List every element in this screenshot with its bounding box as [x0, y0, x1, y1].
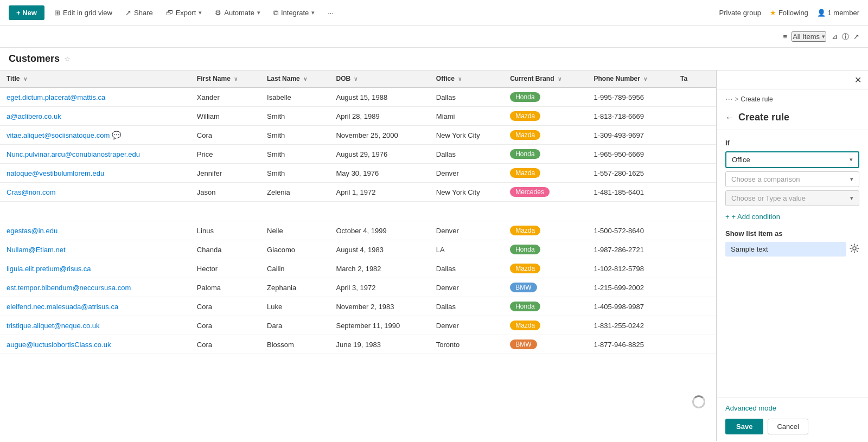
value-dropdown[interactable]: Choose or Type a value ▾ [725, 190, 859, 206]
brand-badge: BMW [510, 283, 537, 292]
brand-badge: Honda [510, 245, 540, 254]
table-row[interactable]: Cras@non.comJasonZeleniaApril 1, 1972New… [0, 183, 716, 202]
table-row[interactable]: Nullam@Etiam.netChandaGiacomoAugust 4, 1… [0, 240, 716, 259]
field-dropdown[interactable]: Office ▾ [725, 151, 859, 168]
table-row[interactable]: eget.dictum.placerat@mattis.caXanderIsab… [0, 87, 716, 107]
export-caret: ▾ [199, 9, 202, 16]
second-bar: ≡ All Items ▾ ⊿ ⓘ ↗ [0, 26, 868, 48]
brand-badge: Mazda [510, 111, 540, 121]
page-title-bar: Customers ☆ [0, 48, 868, 71]
advanced-mode-button[interactable]: Advanced mode [725, 404, 859, 412]
panel-title-bar: ← Create rule [717, 108, 868, 130]
sample-text-box[interactable]: Sample text [725, 242, 846, 257]
brand-badge: Mercedes [510, 187, 550, 197]
col-office[interactable]: Office ∨ [430, 71, 503, 87]
format-icon [850, 246, 859, 255]
back-button[interactable]: ← [725, 113, 734, 123]
office-sort-icon: ∨ [458, 76, 462, 82]
table-row[interactable]: tristique.aliquet@neque.co.ukCoraDaraSep… [0, 316, 716, 335]
more-button[interactable]: ··· [324, 7, 337, 19]
automate-caret: ▾ [257, 9, 260, 16]
breadcrumb-dots: ··· [725, 94, 732, 104]
table-row[interactable]: natoque@vestibulumlorem.eduJenniferSmith… [0, 164, 716, 183]
col-dob[interactable]: DOB ∨ [329, 71, 429, 87]
export-icon: 🗗 [166, 9, 173, 17]
member-count: 👤 1 member [817, 9, 859, 17]
brand-badge: Mazda [510, 226, 540, 235]
private-group-label: Private group [719, 9, 761, 17]
toolbar-right: Private group ★ Following 👤 1 member [719, 9, 859, 17]
table-row[interactable]: ligula.elit.pretium@risus.caHectorCailin… [0, 259, 716, 278]
comparison-caret-icon: ▾ [850, 176, 853, 183]
loading-spinner [692, 395, 705, 408]
brand-badge: Honda [510, 302, 540, 311]
col-current-brand[interactable]: Current Brand ∨ [503, 71, 587, 87]
panel-breadcrumb: ··· > Create rule [717, 90, 868, 108]
chat-icon[interactable]: 💬 [112, 131, 121, 139]
add-condition-button[interactable]: + + Add condition [725, 213, 780, 221]
all-items-button[interactable]: All Items ▾ [792, 31, 826, 42]
filter-icon[interactable]: ⊿ [832, 33, 838, 41]
show-list-item-label: Show list item as [725, 229, 859, 238]
integrate-button[interactable]: ⧉ Integrate ▾ [270, 7, 318, 20]
edit-grid-button[interactable]: ⊞ Edit in grid view [51, 7, 116, 19]
breadcrumb-current: Create rule [741, 95, 773, 103]
table-row[interactable]: est.tempor.bibendum@neccursusa.comPaloma… [0, 278, 716, 297]
col-phone[interactable]: Phone Number ∨ [587, 71, 673, 87]
brand-sort-icon: ∨ [558, 76, 561, 82]
title-text: vitae.aliquet@sociisnatoque.com [7, 131, 110, 139]
field-value: Office [732, 156, 750, 164]
field-caret-icon: ▾ [850, 156, 853, 163]
col-title[interactable]: Title ∨ [0, 71, 190, 87]
table-row[interactable] [0, 202, 716, 221]
table-row[interactable]: augue@luctuslobortisClass.co.ukCoraBloss… [0, 335, 716, 354]
favorite-star-icon[interactable]: ☆ [64, 55, 71, 63]
table-row[interactable]: Nunc.pulvinar.arcu@conubianostraper.eduP… [0, 145, 716, 164]
new-button[interactable]: + New [9, 5, 44, 20]
table-row[interactable]: eleifend.nec.malesuada@atrisus.caCoraLuk… [0, 297, 716, 316]
value-placeholder: Choose or Type a value [731, 194, 806, 202]
automate-button[interactable]: ⚙ Automate ▾ [212, 7, 264, 19]
svg-point-0 [853, 247, 856, 250]
export-button[interactable]: 🗗 Export ▾ [163, 7, 206, 19]
info-icon[interactable]: ⓘ [842, 32, 849, 42]
comparison-dropdown[interactable]: Choose a comparison ▾ [725, 171, 859, 187]
col-last-name[interactable]: Last Name ∨ [260, 71, 329, 87]
panel-close-bar: ✕ [717, 71, 868, 90]
share-icon: ↗ [125, 9, 131, 17]
share-button[interactable]: ↗ Share [122, 7, 156, 19]
star-icon: ★ [770, 9, 776, 17]
all-items-caret: ▾ [822, 33, 825, 40]
cancel-button[interactable]: Cancel [768, 419, 808, 434]
expand-icon[interactable]: ↗ [853, 33, 859, 41]
data-table: Title ∨ First Name ∨ Last Name ∨ DOB ∨ [0, 71, 716, 354]
col-ta[interactable]: Ta [674, 71, 716, 87]
footer-buttons: Save Cancel [725, 419, 859, 434]
close-panel-button[interactable]: ✕ [854, 75, 861, 85]
brand-badge: Mazda [510, 130, 540, 140]
save-button[interactable]: Save [725, 419, 763, 434]
brand-badge: Honda [510, 149, 540, 159]
table-row[interactable]: egestas@in.eduLinusNelleOctober 4, 1999D… [0, 221, 716, 240]
table-area: Title ∨ First Name ∨ Last Name ∨ DOB ∨ [0, 71, 716, 441]
page-title: Customers [9, 53, 60, 65]
table-row[interactable]: vitae.aliquet@sociisnatoque.com 💬CoraSmi… [0, 126, 716, 145]
lastname-sort-icon: ∨ [303, 76, 307, 82]
dob-sort-icon: ∨ [354, 76, 358, 82]
grid-icon: ⊞ [54, 9, 60, 17]
main-content: Title ∨ First Name ∨ Last Name ∨ DOB ∨ [0, 71, 868, 441]
brand-badge: BMW [510, 339, 537, 349]
table-header-row: Title ∨ First Name ∨ Last Name ∨ DOB ∨ [0, 71, 716, 87]
comparison-placeholder: Choose a comparison [731, 175, 800, 183]
following-button[interactable]: ★ Following [770, 9, 808, 17]
table-row[interactable]: a@aclibero.co.ukWilliamSmithApril 28, 19… [0, 107, 716, 126]
panel-title: Create rule [738, 112, 789, 123]
integrate-icon: ⧉ [273, 9, 278, 17]
panel-footer: Advanced mode Save Cancel [717, 397, 868, 441]
integrate-caret: ▾ [311, 9, 315, 16]
format-icon-button[interactable] [850, 244, 859, 255]
menu-icon: ≡ [783, 33, 788, 41]
add-icon: + [725, 213, 730, 221]
col-first-name[interactable]: First Name ∨ [190, 71, 260, 87]
if-label: If [725, 139, 859, 147]
